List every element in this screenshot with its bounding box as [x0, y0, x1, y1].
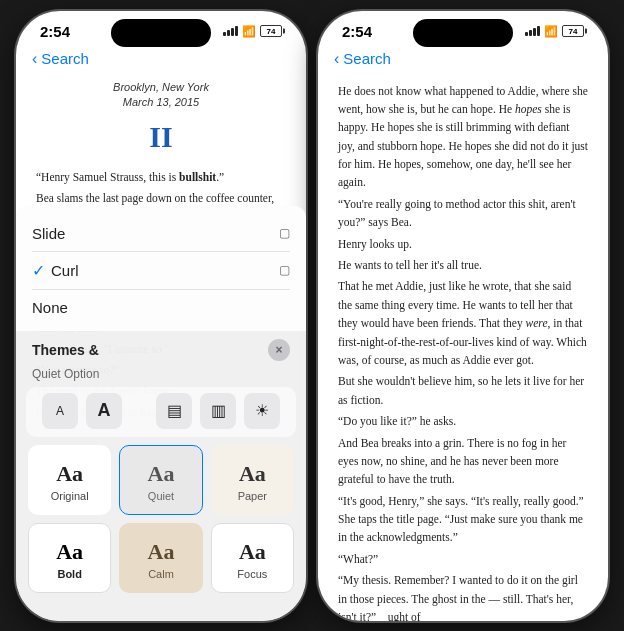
theme-paper-label: Paper [238, 490, 267, 502]
r-para-8: And Bea breaks into a grin. There is no … [338, 434, 588, 489]
brightness-icon: ☀ [255, 401, 269, 420]
large-a-label: A [98, 400, 111, 421]
time-left: 2:54 [40, 23, 70, 40]
back-icon-right: ‹ [334, 50, 339, 68]
themes-header: Themes & × [16, 331, 306, 367]
back-icon-left: ‹ [32, 50, 37, 68]
wifi-icon: 📶 [242, 25, 256, 38]
r-para-9: “It's good, Henry,” she says. “It's real… [338, 492, 588, 547]
slide-options: Slide ▢ ✓ Curl ▢ None [16, 206, 306, 331]
theme-bold[interactable]: Aa Bold [28, 523, 111, 593]
curl-label: ✓ Curl [32, 261, 79, 280]
theme-quiet-aa: Aa [148, 461, 175, 487]
status-icons-left: 📶 74 [223, 25, 282, 38]
time-right: 2:54 [342, 23, 372, 40]
large-a-button[interactable]: A [86, 393, 122, 429]
right-phone: 2:54 📶 74 ‹ Search He does not know what… [318, 11, 608, 621]
reading-content: He does not know what happened to Addie,… [318, 72, 608, 621]
close-button[interactable]: × [268, 339, 290, 361]
none-label-text: None [32, 299, 68, 316]
battery-icon: 74 [260, 25, 282, 37]
book-location: Brooklyn, New YorkMarch 13, 2015 [36, 80, 286, 111]
r-para-6: But she wouldn't believe him, so he lets… [338, 372, 588, 409]
theme-focus-aa: Aa [239, 539, 266, 565]
overlay-panel: Slide ▢ ✓ Curl ▢ None [16, 206, 306, 621]
chapter-number: II [36, 114, 286, 161]
r-para-5: That he met Addie, just like he wrote, t… [338, 277, 588, 369]
small-a-button[interactable]: A [42, 393, 78, 429]
quiet-option: Quiet Option [16, 367, 306, 387]
theme-bold-aa: Aa [56, 539, 83, 565]
dynamic-island-right [413, 19, 513, 47]
r-para-11: “My thesis. Remember? I wanted to do it … [338, 571, 588, 620]
font-picker-icon: ▤ [167, 401, 182, 420]
back-label-right[interactable]: Search [343, 50, 391, 67]
slide-row-slide[interactable]: Slide ▢ [32, 216, 290, 252]
dynamic-island [111, 19, 211, 47]
font-controls: A A ▤ ▥ ☀ [26, 387, 296, 437]
r-para-2: “You're really going to method actor thi… [338, 195, 588, 232]
theme-paper-aa: Aa [239, 461, 266, 487]
theme-grid: Aa Original Aa Quiet Aa Paper Aa Bold Aa [16, 437, 306, 601]
nav-bar-right[interactable]: ‹ Search [318, 44, 608, 72]
slide-row-curl[interactable]: ✓ Curl ▢ [32, 252, 290, 290]
battery-icon-right: 74 [562, 25, 584, 37]
theme-paper[interactable]: Aa Paper [211, 445, 294, 515]
status-icons-right: 📶 74 [525, 25, 584, 38]
none-label: None [32, 299, 68, 316]
font-picker-button[interactable]: ▤ [156, 393, 192, 429]
check-icon: ✓ [32, 261, 45, 280]
small-a-label: A [56, 404, 64, 418]
left-phone: 2:54 📶 74 ‹ Search Brooklyn, New YorkMar… [16, 11, 306, 621]
theme-original[interactable]: Aa Original [28, 445, 111, 515]
theme-original-aa: Aa [56, 461, 83, 487]
themes-title: Themes & [32, 342, 99, 358]
theme-calm-aa: Aa [148, 539, 175, 565]
slide-label-text: Slide [32, 225, 65, 242]
phones-container: 2:54 📶 74 ‹ Search Brooklyn, New YorkMar… [6, 1, 618, 631]
back-label-left[interactable]: Search [41, 50, 89, 67]
theme-calm-label: Calm [148, 568, 174, 580]
r-para-7: “Do you like it?” he asks. [338, 412, 588, 430]
close-icon: × [275, 343, 282, 357]
r-para-10: “What?” [338, 550, 588, 568]
theme-original-label: Original [51, 490, 89, 502]
slide-row-none[interactable]: None [32, 290, 290, 325]
para-1: “Henry Samuel Strauss, this is bullshit.… [36, 169, 286, 187]
curl-icon: ▢ [279, 263, 290, 277]
slide-icon: ▢ [279, 226, 290, 240]
page-settings-icon: ▥ [211, 401, 226, 420]
theme-quiet-label: Quiet [148, 490, 174, 502]
theme-quiet[interactable]: Aa Quiet [119, 445, 202, 515]
slide-label: Slide [32, 225, 65, 242]
page-settings-button[interactable]: ▥ [200, 393, 236, 429]
wifi-icon-right: 📶 [544, 25, 558, 38]
signal-icon [223, 26, 238, 36]
nav-bar-left[interactable]: ‹ Search [16, 44, 306, 72]
brightness-button[interactable]: ☀ [244, 393, 280, 429]
signal-icon-right [525, 26, 540, 36]
r-para-3: Henry looks up. [338, 235, 588, 253]
r-para-1: He does not know what happened to Addie,… [338, 82, 588, 192]
theme-focus[interactable]: Aa Focus [211, 523, 294, 593]
r-para-4: He wants to tell her it's all true. [338, 256, 588, 274]
theme-focus-label: Focus [237, 568, 267, 580]
theme-bold-label: Bold [57, 568, 81, 580]
curl-label-text: Curl [51, 262, 79, 279]
theme-calm[interactable]: Aa Calm [119, 523, 202, 593]
